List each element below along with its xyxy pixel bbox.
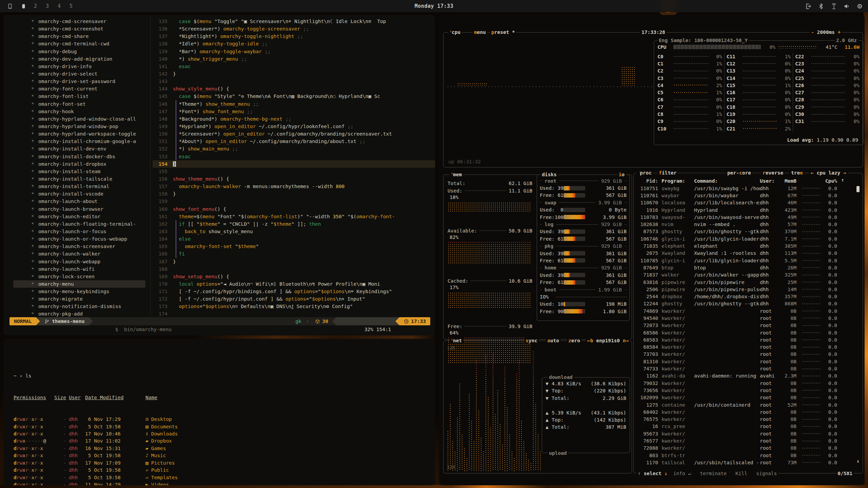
file-list-item[interactable]: *omarchy-launch-floating-terminal-: [13, 220, 145, 228]
file-list-item[interactable]: *omarchy-install-terminal: [13, 183, 145, 190]
scroll-down-indicator[interactable]: ↓: [856, 458, 860, 464]
process-row[interactable]: 72073kworker/root0B0.0: [634, 322, 863, 329]
process-row[interactable]: 68583kworker/root0B0.0: [634, 336, 863, 343]
file-list-item[interactable]: *omarchy-launch-screensaver: [13, 243, 145, 250]
net-zero-toggle[interactable]: zero: [567, 337, 581, 344]
process-row[interactable]: 803btrfs-trroot0B0.0: [634, 452, 863, 459]
logout-icon[interactable]: [805, 3, 812, 10]
file-list-item[interactable]: *omarchy-font-list: [13, 93, 145, 100]
file-list-item[interactable]: *omarchy-drive-select: [13, 70, 145, 78]
file-list-item[interactable]: *omarchy-drive-set-password: [13, 78, 145, 85]
file-list-item[interactable]: *omarchy-launch-or-focus: [13, 228, 145, 235]
net-interface-switcher[interactable]: ←b enp191s0 n→: [586, 337, 630, 344]
file-list-item[interactable]: *omarchy-cmd-screenshot: [13, 25, 145, 33]
file-list-item[interactable]: *omarchy-install-tailscale: [13, 175, 145, 183]
proc-tree-toggle[interactable]: tree: [790, 169, 804, 176]
process-row[interactable]: 68586kworker/root0B0.0: [634, 329, 863, 336]
process-row[interactable]: 79032kworker/root0B0.0: [634, 380, 863, 387]
file-list-item[interactable]: *omarchy-install-vscode: [13, 190, 145, 198]
disks-box-title[interactable]: disks: [540, 171, 558, 178]
file-list-item[interactable]: *omarchy-menu: [13, 280, 145, 288]
proc-actions[interactable]: ↑ select ↓ info ↵ terminate Kill signals: [636, 470, 778, 477]
process-row[interactable]: 72088kworker/root0B0.0: [634, 445, 863, 452]
proc-filter-button[interactable]: filter: [657, 169, 678, 176]
proc-sort-selector[interactable]: ← cpu lazy →: [809, 169, 848, 176]
cpu-box-title[interactable]: ¹cpu: [448, 29, 462, 36]
process-row[interactable]: 102099kworker/root0B0.0: [634, 394, 863, 401]
process-row[interactable]: 87649btopbtopdhh26M0.0: [634, 264, 863, 271]
process-row[interactable]: 110761waybar/usr/bin/waybardhh67M0.0: [634, 192, 863, 199]
process-row[interactable]: 2075XwaylandXwayland :1 -rootless -dhh11…: [634, 250, 863, 257]
process-row[interactable]: 110670localsea/usr/lib/localsearch-exdhh…: [634, 199, 863, 206]
process-row[interactable]: 106746glycin-i/usr/lib/glycin-loadersdhh…: [634, 235, 863, 242]
process-row[interactable]: 94540kworker/root0B0.0: [634, 314, 863, 322]
file-list-item[interactable]: *omarchy-install-chromium-google-a: [13, 138, 145, 145]
file-list-item[interactable]: *omarchy-cmd-share: [13, 33, 145, 40]
process-row[interactable]: 73703kworker/root0B0.0: [634, 351, 863, 358]
terminal-window[interactable]: ~ › ls PermissionsSizeUserDate ModifiedN…: [3, 339, 435, 485]
process-row[interactable]: 12244ghostty/usr/bin/ghostty --gtk-dhh86…: [634, 300, 863, 307]
file-list-item[interactable]: *omarchy-install-steam: [13, 168, 145, 175]
net-box-title[interactable]: ³net: [450, 337, 463, 344]
process-row[interactable]: 1162avahi-daavahi-daemon: running [avahi…: [634, 372, 863, 380]
file-list-item[interactable]: *omarchy-drive-info: [13, 63, 145, 70]
file-list-item[interactable]: *omarchy-pkg-add: [13, 310, 145, 318]
file-list-item[interactable]: *omarchy-launch-or-focus-webapp: [13, 235, 145, 243]
file-list-item[interactable]: *omarchy-hook: [13, 108, 145, 115]
process-row[interactable]: 102638nvimnvim --embed .dhh57M0.0: [634, 221, 863, 228]
file-list-item[interactable]: *omarchy-launch-about: [13, 198, 145, 205]
code-editor[interactable]: 135 case $(menu "Toggle" "▣ Screensaver\…: [153, 18, 435, 318]
file-list-item[interactable]: *omarchy-menu-keybindings: [13, 288, 145, 295]
hotspot-icon[interactable]: [830, 3, 837, 10]
process-row[interactable]: 74869kworker/root0B0.0: [634, 307, 863, 314]
process-row[interactable]: 1170tailscal/usr/sbin/tailscaled --root7…: [634, 459, 863, 466]
process-row[interactable]: 1275containe/usr/bin/containerdroot52M0.…: [634, 401, 863, 408]
process-row[interactable]: 74733kworker/root0B0.0: [634, 365, 863, 372]
process-row[interactable]: 71835elephantelephantdhh385M0.0: [634, 242, 863, 249]
process-row[interactable]: 16rcu_preeroot0B0.0: [634, 423, 863, 430]
chip-icon[interactable]: [856, 3, 863, 10]
file-list-item[interactable]: *omarchy-hyprland-workspace-toggle: [13, 130, 145, 138]
process-row[interactable]: 76577kworker/root0B0.0: [634, 437, 863, 444]
file-list-item[interactable]: *omarchy-launch-browser: [13, 205, 145, 213]
file-list-item[interactable]: *omarchy-install-dev-env: [13, 145, 145, 152]
preset-button[interactable]: preset *: [490, 29, 516, 36]
file-list-item[interactable]: *omarchy-cmd-terminal-cwd: [13, 40, 145, 47]
net-auto-toggle[interactable]: auto: [546, 337, 560, 344]
update-interval-control[interactable]: - 2000ms +: [810, 29, 842, 36]
process-row[interactable]: 68584kworker/root0B0.0: [634, 344, 863, 351]
file-list-item[interactable]: *omarchy-hyprland-window-pop: [13, 123, 145, 130]
process-row[interactable]: 87573ghostty/usr/bin/ghostty --gtk-dhh37…: [634, 228, 863, 235]
file-list-item[interactable]: *omarchy-launch-wifi: [13, 265, 145, 273]
process-row[interactable]: 110785glycin-i/usr/lib/glycin-loadersdhh…: [634, 257, 863, 264]
file-list-item[interactable]: *omarchy-notification-dismiss: [13, 303, 145, 310]
bluetooth-icon[interactable]: [817, 3, 825, 10]
process-row[interactable]: 1916HyprlandHyprlanddhh423M0.0: [634, 206, 863, 214]
net-sync-toggle[interactable]: sync: [524, 337, 539, 344]
proc-reverse-toggle[interactable]: reverse: [761, 169, 785, 176]
process-row[interactable]: 110751swaybg/usr/bin/swaybg -i /homdhh12…: [634, 185, 863, 192]
process-row[interactable]: 71837walker/usr/bin/walker --gappldhh325…: [634, 271, 863, 279]
file-list-item[interactable]: *omarchy-font-current: [13, 85, 145, 93]
file-list-item[interactable]: *omarchy-install-dropbox: [13, 160, 145, 168]
file-list-item[interactable]: *omarchy-dev-add-migration: [13, 55, 145, 63]
process-row[interactable]: 2506pipewire/usr/bin/pipewire-pulsedhh14…: [634, 286, 863, 293]
process-row[interactable]: 68402kworker/root0B0.0: [634, 408, 863, 415]
process-row[interactable]: 110783swayosd-/usr/bin/swayosd-serverdhh…: [634, 214, 863, 221]
file-list-item[interactable]: *omarchy-debug: [13, 48, 145, 55]
proc-scrollbar-thumb[interactable]: [856, 186, 860, 192]
file-list-item[interactable]: *omarchy-launch-walker: [13, 250, 145, 258]
file-list-item[interactable]: *omarchy-install-docker-dbs: [13, 153, 145, 160]
file-list-item[interactable]: *omarchy-launch-webapp: [13, 258, 145, 265]
process-row[interactable]: 2544dropbox/home/dhh/.dropbox-distdhh357…: [634, 293, 863, 300]
volume-icon[interactable]: [843, 3, 850, 10]
file-list-item[interactable]: *omarchy-hyprland-window-close-all: [13, 115, 145, 123]
menu-button[interactable]: menu: [473, 29, 487, 36]
process-row[interactable]: 81310kworker/root0B0.0: [634, 358, 863, 365]
proc-per-core-toggle[interactable]: per-core: [726, 169, 752, 176]
file-list-item[interactable]: *omarchy-cmd-screensaver: [13, 18, 145, 25]
process-row[interactable]: 73656kworker/root0B0.0: [634, 387, 863, 394]
process-row[interactable]: 76575kworker/root0B0.0: [634, 416, 863, 423]
file-list-item[interactable]: *omarchy-migrate: [13, 295, 145, 303]
file-list-item[interactable]: *omarchy-font-set: [13, 100, 145, 108]
